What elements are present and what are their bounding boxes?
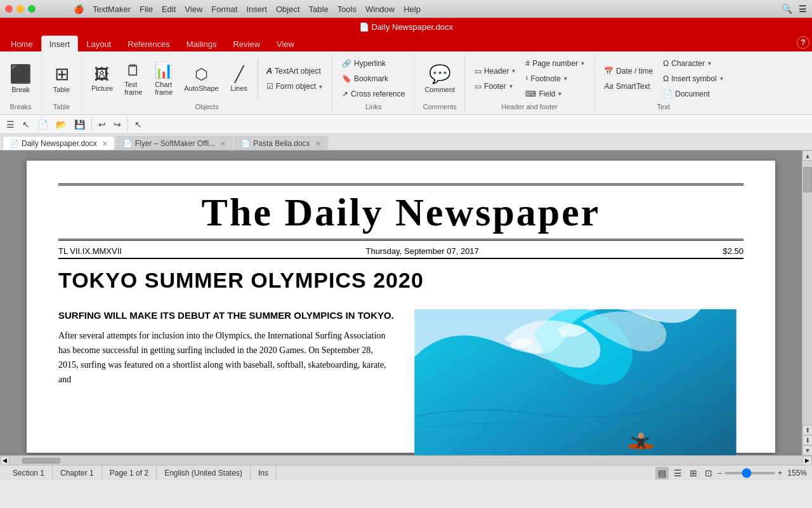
field-button[interactable]: ⌨ Field ▾	[521, 87, 589, 101]
hyperlink-button[interactable]: 🔗 Hyperlink	[337, 57, 409, 70]
header-label: Header	[484, 67, 509, 76]
form-object-button[interactable]: ☑ Form object ▾	[262, 79, 327, 93]
doc-tab-2[interactable]: 📄 Pasta Bella.docx ✕	[234, 136, 327, 150]
text-frame-button[interactable]: 🗒 Textframe	[119, 58, 148, 99]
bookmark-button[interactable]: 🔖 Bookmark	[337, 72, 409, 86]
page-number-button[interactable]: # Page number ▾	[521, 57, 589, 70]
zoom-slider[interactable]	[724, 472, 775, 474]
insert-symbol-dropdown: ▾	[720, 75, 723, 82]
new-btn[interactable]: 📄	[35, 118, 51, 131]
form-object-icon: ☑	[266, 82, 273, 91]
scroll-h-thumb[interactable]	[22, 458, 60, 464]
newspaper-header: The Daily Newspaper	[58, 184, 743, 241]
menu-table[interactable]: Table	[309, 4, 329, 14]
redo-btn[interactable]: ↪	[111, 118, 124, 131]
picture-button[interactable]: 🖼 Picture	[87, 62, 117, 95]
lines-button[interactable]: ╱ Lines	[225, 62, 254, 95]
minimize-button[interactable]	[16, 5, 24, 13]
maximize-button[interactable]	[28, 5, 36, 13]
bookmark-icon: 🔖	[342, 74, 351, 83]
text-items: 📅 Date / time Aa SmartText Ω Character ▾…	[599, 55, 727, 102]
comment-button[interactable]: 💬 Comment	[420, 60, 459, 97]
menu-object[interactable]: Object	[276, 4, 300, 14]
cross-reference-label: Cross reference	[351, 90, 405, 98]
doc-tab-0[interactable]: 📄 Daily Newspaper.docx ✕	[3, 136, 115, 150]
help-icon[interactable]: ?	[797, 36, 809, 49]
break-button[interactable]: ⬛ Break	[5, 60, 36, 97]
tab-layout[interactable]: Layout	[78, 36, 119, 51]
scroll-up-button[interactable]: ▲	[802, 150, 812, 161]
header-button[interactable]: ▭ Header ▾	[470, 64, 520, 78]
menu-tools[interactable]: Tools	[337, 4, 357, 14]
open-btn[interactable]: 📂	[53, 118, 69, 131]
scroll-track[interactable]	[802, 161, 812, 425]
doc-tab-0-close[interactable]: ✕	[102, 140, 108, 148]
table-button[interactable]: ⊞ Table	[47, 60, 76, 97]
ribbon: ⬛ Break Breaks ⊞ Table Table 🖼 Picture 🗒…	[0, 51, 812, 115]
apple-menu[interactable]: 🍎	[74, 4, 84, 14]
meta-left: TL VII.IX.MMXVII	[58, 246, 122, 256]
status-right: ▤ ☰ ⊞ ⊡ – + 155%	[655, 467, 807, 479]
cross-reference-button[interactable]: ↗ Cross reference	[337, 87, 409, 101]
text-frame-label: Textframe	[124, 81, 142, 96]
chart-frame-icon: 📊	[154, 62, 173, 79]
document-button[interactable]: 📄 Document	[658, 87, 727, 101]
chart-frame-button[interactable]: 📊 Chartframe	[149, 58, 178, 99]
smarttext-button[interactable]: Aa SmartText	[599, 79, 657, 93]
view-normal-button[interactable]: ▤	[655, 467, 669, 479]
doc-tab-1-label: Flyer – SoftMaker Offi...	[135, 139, 215, 148]
tab-view[interactable]: View	[268, 36, 303, 51]
autoshape-button[interactable]: ⬡ AutoShape	[180, 62, 223, 95]
menu-textmaker[interactable]: TextMaker	[93, 4, 131, 14]
document-icon: 📄	[663, 90, 672, 98]
close-button[interactable]	[5, 5, 13, 13]
chart-frame-label: Chartframe	[155, 81, 173, 96]
article-body[interactable]: After several attempts for inclusion int…	[58, 328, 395, 387]
comment-icon: 💬	[429, 64, 451, 84]
tab-home[interactable]: Home	[3, 36, 41, 51]
doc-tab-1-icon: 📄	[123, 139, 133, 148]
menu-format[interactable]: Format	[211, 4, 237, 14]
scroll-left-button[interactable]: ◀	[0, 456, 10, 465]
menu-file[interactable]: File	[140, 4, 153, 14]
list-icon[interactable]: ☰	[799, 4, 807, 14]
menu-window[interactable]: Window	[365, 4, 395, 14]
scroll-thumb[interactable]	[803, 167, 812, 192]
tab-review[interactable]: Review	[225, 36, 268, 51]
undo-btn[interactable]: ↩	[96, 118, 108, 131]
menu-insert[interactable]: Insert	[246, 4, 267, 14]
doc-tab-1-close[interactable]: ✕	[220, 140, 226, 148]
tab-references[interactable]: References	[119, 36, 178, 51]
ribbon-section-breaks: ⬛ Break Breaks	[0, 54, 42, 112]
menu-edit[interactable]: Edit	[162, 4, 176, 14]
view-outline-button[interactable]: ☰	[671, 467, 684, 479]
character-button[interactable]: Ω Character ▾	[658, 57, 727, 70]
search-icon[interactable]: 🔍	[782, 4, 792, 14]
article-grid: TOKYO SUMMER OLYMPICS 2020 SURFING WILL …	[58, 268, 743, 455]
scroll-right-button[interactable]: ▶	[802, 456, 812, 465]
menu-icon-toolbar[interactable]: ☰	[4, 118, 17, 131]
scroll-h-track[interactable]	[10, 457, 802, 464]
date-time-button[interactable]: 📅 Date / time	[599, 64, 657, 78]
footnote-button[interactable]: ¹ Footnote ▾	[521, 72, 589, 86]
doc-tab-2-close[interactable]: ✕	[315, 140, 321, 148]
view-reading-button[interactable]: ⊡	[702, 467, 715, 479]
cursor-btn[interactable]: ↖	[20, 118, 32, 131]
tab-mailings[interactable]: Mailings	[178, 36, 225, 51]
scroll-next-page[interactable]: ⬇	[802, 435, 812, 445]
scroll-prev-page[interactable]: ⬆	[802, 425, 812, 435]
doc-tab-1[interactable]: 📄 Flyer – SoftMaker Offi... ✕	[116, 136, 233, 150]
textart-button[interactable]: A TextArt object	[262, 64, 327, 78]
menu-view[interactable]: View	[185, 4, 202, 14]
save-btn[interactable]: 💾	[72, 118, 88, 131]
footer-button[interactable]: ▭ Footer ▾	[470, 79, 520, 93]
help-button[interactable]: ?	[797, 36, 809, 51]
tab-insert[interactable]: Insert	[41, 36, 79, 51]
zoom-in-button[interactable]: +	[778, 469, 782, 478]
insert-symbol-button[interactable]: Ω Insert symbol ▾	[658, 72, 727, 86]
cursor-btn2[interactable]: ↖	[132, 118, 145, 131]
zoom-out-button[interactable]: –	[717, 469, 722, 478]
menu-help[interactable]: Help	[403, 4, 421, 14]
scroll-down-button[interactable]: ▼	[802, 445, 812, 455]
view-web-button[interactable]: ⊞	[687, 467, 700, 479]
